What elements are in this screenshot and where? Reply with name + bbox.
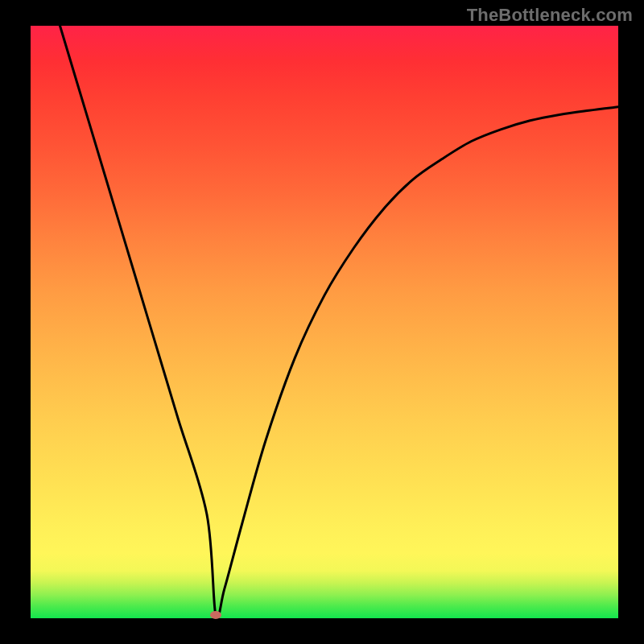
minimum-marker <box>210 611 221 619</box>
curve-line <box>60 26 619 619</box>
plot-area <box>31 26 618 618</box>
watermark-label: TheBottleneck.com <box>467 5 633 26</box>
curve-svg <box>31 26 618 618</box>
chart-frame: TheBottleneck.com <box>0 0 644 644</box>
